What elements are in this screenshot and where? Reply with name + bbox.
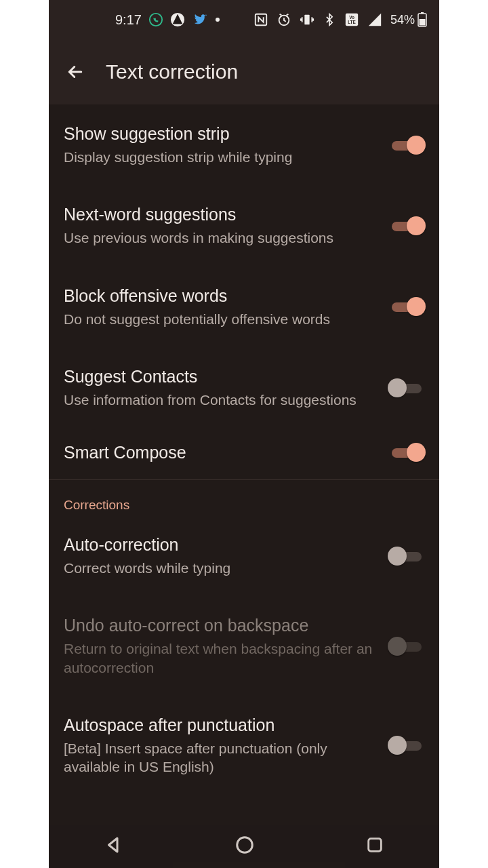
- setting-title: Undo auto-correct on backspace: [64, 615, 375, 635]
- setting-undo-auto-correct: Undo auto-correct on backspace Return to…: [49, 596, 439, 696]
- svg-rect-13: [368, 839, 381, 852]
- svg-rect-5: [304, 15, 309, 25]
- toggle-block-offensive-words[interactable]: [389, 296, 424, 317]
- setting-smart-compose[interactable]: Smart Compose: [49, 428, 439, 479]
- svg-point-12: [237, 837, 253, 853]
- nav-back-button[interactable]: [104, 835, 124, 858]
- section-corrections-label: Corrections: [49, 480, 439, 515]
- battery-icon: [418, 12, 427, 27]
- setting-block-offensive-words[interactable]: Block offensive words Do not suggest pot…: [49, 267, 439, 347]
- system-nav-bar: [49, 825, 439, 868]
- arrow-left-icon: [65, 62, 85, 82]
- svg-point-0: [150, 14, 162, 26]
- back-button[interactable]: [64, 60, 87, 83]
- page-title: Text correction: [106, 60, 238, 83]
- toggle-show-suggestion-strip[interactable]: [389, 134, 424, 156]
- toggle-auto-correction[interactable]: [389, 545, 424, 567]
- vibrate-icon: [300, 12, 314, 27]
- app-update-icon: [170, 12, 185, 27]
- setting-desc: Return to original text when backspacing…: [64, 639, 375, 677]
- svg-rect-10: [421, 12, 424, 14]
- dot-separator-icon: [215, 17, 220, 22]
- signal-icon: [367, 12, 382, 27]
- svg-text:Vo: Vo: [349, 15, 354, 20]
- setting-title: Smart Compose: [64, 442, 375, 462]
- setting-title: Autospace after punctuation: [64, 715, 375, 735]
- bluetooth-icon: [323, 12, 336, 27]
- status-bar: 9:17 VoLTE: [49, 0, 439, 39]
- setting-title: Suggest Contacts: [64, 366, 375, 387]
- svg-rect-11: [420, 19, 426, 26]
- setting-desc: Use information from Contacts for sugges…: [64, 391, 375, 409]
- setting-title: Show suggestion strip: [64, 123, 375, 144]
- toggle-smart-compose[interactable]: [389, 441, 424, 463]
- setting-desc: Use previous words in making suggestions: [64, 229, 375, 247]
- nfc-icon: [253, 12, 268, 27]
- svg-point-2: [216, 18, 220, 22]
- setting-title: Auto-correction: [64, 534, 375, 555]
- square-recent-icon: [365, 835, 384, 854]
- circle-home-icon: [235, 835, 255, 855]
- status-clock: 9:17: [115, 12, 142, 28]
- twitter-icon: [192, 12, 208, 28]
- nav-home-button[interactable]: [235, 835, 255, 858]
- setting-next-word-suggestions[interactable]: Next-word suggestions Use previous words…: [49, 185, 439, 266]
- toggle-undo-auto-correct: [389, 635, 424, 657]
- toggle-next-word-suggestions[interactable]: [389, 215, 424, 237]
- setting-suggest-contacts[interactable]: Suggest Contacts Use information from Co…: [49, 347, 439, 428]
- battery-percent: 54%: [390, 13, 415, 27]
- setting-autospace-after-punctuation[interactable]: Autospace after punctuation [Beta] Inser…: [49, 696, 439, 795]
- triangle-back-icon: [104, 835, 124, 855]
- nav-recent-button[interactable]: [365, 835, 384, 857]
- setting-auto-correction[interactable]: Auto-correction Correct words while typi…: [49, 515, 439, 596]
- setting-desc: Do not suggest potentially offensive wor…: [64, 310, 375, 328]
- volte-icon: VoLTE: [344, 12, 359, 27]
- alarm-icon: [277, 12, 291, 27]
- svg-text:LTE: LTE: [348, 20, 356, 24]
- toggle-autospace-after-punctuation[interactable]: [389, 734, 424, 756]
- app-header: Text correction: [49, 39, 439, 104]
- setting-show-suggestion-strip[interactable]: Show suggestion strip Display suggestion…: [49, 104, 439, 185]
- battery-status: 54%: [390, 12, 427, 27]
- setting-title: Block offensive words: [64, 285, 375, 306]
- phone-frame: 9:17 VoLTE: [49, 0, 439, 868]
- setting-desc: Display suggestion strip while typing: [64, 148, 375, 166]
- setting-desc: [Beta] Insert space after punctuation (o…: [64, 739, 375, 776]
- toggle-suggest-contacts[interactable]: [389, 377, 424, 399]
- setting-desc: Correct words while typing: [64, 559, 375, 577]
- whatsapp-icon: [148, 12, 163, 27]
- setting-title: Next-word suggestions: [64, 204, 375, 224]
- settings-list: Show suggestion strip Display suggestion…: [49, 104, 439, 868]
